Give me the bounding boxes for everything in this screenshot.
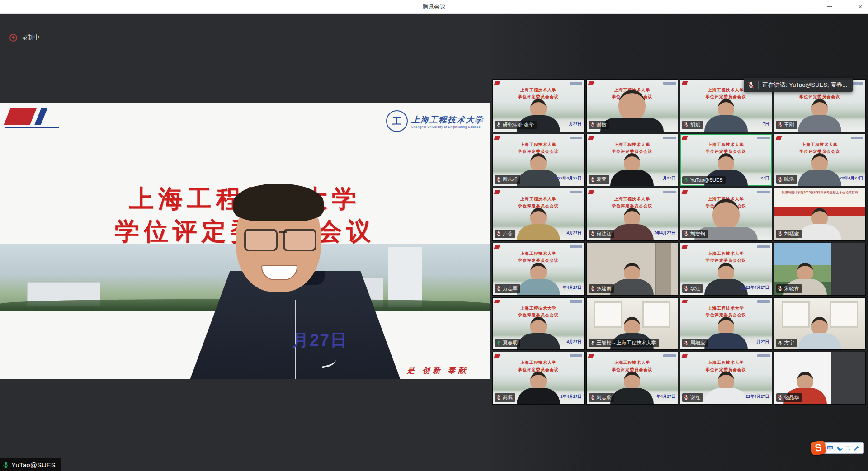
sogou-logo-icon[interactable]: S	[810, 440, 826, 456]
flag-logo-icon	[682, 81, 688, 85]
tile-slide-text: 上海工程技术大学学位评定委员会会议	[680, 141, 772, 155]
participant-body	[798, 224, 841, 240]
university-mark-icon	[570, 354, 582, 357]
participant-name: 朱晓青	[784, 285, 799, 292]
university-mark-icon	[851, 82, 863, 85]
participant-head	[624, 372, 640, 391]
participant-name-chip: 袁蓉	[589, 175, 609, 184]
mic-speaking-icon	[2, 461, 9, 469]
minimize-button[interactable]	[822, 0, 837, 13]
mic-muted-icon	[684, 395, 689, 400]
participant-body	[704, 333, 748, 349]
participant-tile[interactable]: 上海工程技术大学学位评定委员会会议 年4月27日 方志军	[493, 243, 584, 295]
participant-name-chip: 谢红	[682, 393, 703, 402]
participant-name-chip: 王刚	[776, 121, 797, 129]
participant-name-chip: 方志军	[495, 284, 520, 293]
red-banner-shape	[774, 207, 866, 216]
participant-name-chip: 殷志祥	[495, 175, 520, 184]
flag-logo-icon	[682, 245, 688, 249]
glasses-shape	[244, 229, 316, 251]
participant-tile[interactable]: 上海工程技术大学学位评定委员会会议 2年4月27日 高瞩	[493, 352, 584, 404]
participant-body	[517, 224, 560, 240]
participant-body	[704, 388, 748, 404]
video-date-text: 2022年4月27日	[553, 175, 581, 181]
participant-tile[interactable]: 数理与统计学院2015届材料科学专业硕士学位论文答辩 刘福窒	[774, 188, 866, 240]
participant-tile[interactable]: 上海工程技术大学学位评定委员会会议 4月27日 夏春明	[493, 298, 584, 350]
participant-head	[624, 153, 640, 172]
participant-tile[interactable]: 方宇	[774, 298, 866, 350]
participant-head	[718, 99, 734, 118]
participant-name-chip: 卢蓉	[495, 230, 515, 238]
participant-tile[interactable]: 上海工程技术大学学位评定委员会会议 年4月27日 刘志欣	[587, 352, 678, 404]
participant-head	[718, 153, 734, 172]
participant-tile[interactable]: 上海工程技术大学学位评定委员会会议 月27日 周细应	[680, 298, 772, 350]
participant-body	[610, 388, 654, 404]
participant-tile[interactable]: 上海工程技术大学学位评定委员会会议 27日 YuTao@SUES	[680, 134, 772, 186]
mic-muted-icon	[590, 122, 595, 127]
tile-slide-text: 上海工程技术大学学位评定委员会会议	[493, 359, 584, 373]
flag-logo-icon	[588, 354, 594, 358]
participant-tile[interactable]: 朱晓青	[774, 243, 866, 295]
mic-on-icon	[778, 340, 783, 346]
participant-tile[interactable]: 上海工程技术大学学位评定委员会会议 4月27日 卢蓉	[493, 188, 584, 240]
participant-name: 谢红	[690, 394, 700, 401]
mic-on-icon	[496, 122, 501, 127]
tile-slide-text: 上海工程技术大学学位评定委员会会议	[774, 141, 866, 155]
participant-name: 卢蓉	[503, 231, 513, 237]
participant-body	[517, 279, 560, 295]
participant-tile[interactable]: 上海工程技术大学学位评定委员会会议 2年4月27日 何法江	[587, 188, 678, 240]
participant-tile[interactable]: 上海工程技术大学学位评定委员会会议 2022年4月27日 殷志祥	[493, 134, 584, 186]
participant-tile[interactable]: 上海工程技术大学学位评定委员会会议 月27日 袁蓉	[587, 134, 678, 186]
ime-language-toggle[interactable]: 中	[827, 444, 834, 452]
participant-tile[interactable]: 上海工程技术大学学位评定委员会会议 刘志钢	[680, 188, 772, 240]
participant-name-chip: 夏春明	[495, 339, 520, 347]
window-title: 腾讯会议	[0, 0, 868, 13]
university-mark-icon	[851, 137, 863, 139]
participant-tile[interactable]: 王岩松～上海工程技术大学	[587, 298, 678, 350]
participant-name-chip: 李江	[682, 284, 703, 293]
mic-muted-icon	[496, 177, 501, 182]
video-date-text: 月27日	[663, 175, 675, 181]
moon-icon[interactable]	[836, 444, 844, 452]
university-mark-icon	[757, 300, 770, 303]
presentation-slide: 工 上海工程技术大学 Shanghai University of Engine…	[0, 103, 490, 379]
mic-muted-icon	[496, 395, 501, 400]
participant-tile[interactable]: 上海工程技术大学学位评定委员会会议 22年4月27日 陈浩	[774, 134, 866, 186]
mic-speaking-icon	[496, 340, 501, 346]
participant-tile[interactable]: 上海工程技术大学学位评定委员会会议 22年4月27日 谢红	[680, 352, 772, 404]
participant-tile[interactable]: 张建新	[587, 243, 678, 295]
participant-tile[interactable]: 上海工程技术大学学位评定委员会会议 谢敏	[587, 80, 678, 132]
tile-slide-text: 上海工程技术大学学位评定委员会会议	[587, 87, 678, 101]
participant-name-chip: 何法江	[589, 230, 614, 238]
mic-muted-icon	[778, 122, 783, 127]
participant-head	[718, 317, 734, 336]
participant-name: 刘志钢	[690, 231, 705, 237]
ime-strip: 中 °,	[823, 442, 864, 454]
wrench-icon[interactable]	[854, 445, 859, 451]
participant-body	[798, 333, 841, 349]
participant-tile[interactable]: 上海工程技术大学学位评定委员会会议 月27日 研究生处 张华	[493, 80, 584, 132]
close-icon: ×	[859, 3, 862, 10]
mic-muted-icon	[684, 340, 689, 346]
participant-tile[interactable]: 饶品华	[774, 352, 866, 404]
participant-tile[interactable]: 上海工程技术大学学位评定委员会会议 2022年4月27日 李江	[680, 243, 772, 295]
minimize-icon	[827, 6, 832, 7]
mic-muted-icon	[590, 286, 595, 291]
participant-name-chip: 方宇	[776, 339, 797, 347]
flag-logo-icon	[682, 354, 688, 358]
participant-head	[797, 263, 813, 282]
punctuation-toggle[interactable]: °,	[846, 445, 850, 451]
participant-name: 李江	[690, 285, 700, 292]
mic-muted-icon	[778, 231, 783, 236]
mic-muted-icon	[684, 231, 689, 236]
participant-head	[718, 372, 734, 391]
presenter-head	[236, 187, 321, 292]
participant-grid: 上海工程技术大学学位评定委员会会议 月27日 研究生处 张华 上海工程技术大学学…	[493, 80, 865, 404]
restore-button[interactable]	[837, 0, 853, 13]
flag-logo-icon	[682, 190, 688, 194]
participant-head	[530, 99, 547, 118]
close-button[interactable]: ×	[853, 0, 868, 13]
video-date-text: 年4月27日	[656, 394, 675, 400]
participant-head	[811, 99, 828, 118]
tile-slide-text: 上海工程技术大学学位评定委员会会议	[680, 196, 772, 210]
